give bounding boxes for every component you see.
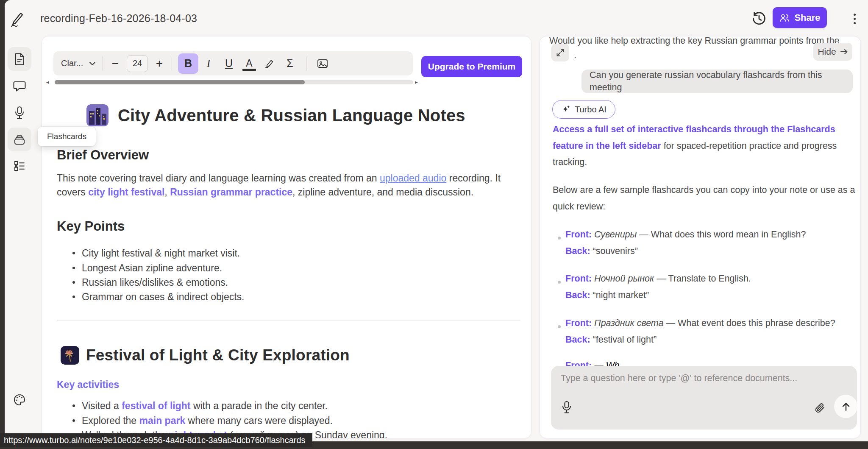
russian-grammar-link[interactable]: Russian grammar practice	[170, 187, 292, 198]
flashcard-back-line: Back: “night market”	[565, 287, 861, 304]
sidebar-item-notes[interactable]	[8, 47, 31, 71]
voice-input-mic-icon[interactable]	[561, 401, 573, 414]
horizontal-scrollbar[interactable]: ◂ ▸	[45, 78, 418, 86]
section-divider	[57, 320, 520, 321]
text-color-letter: A	[246, 58, 252, 69]
font-family-value: Clar...	[61, 59, 83, 68]
key-activities-heading: Key activities	[57, 379, 119, 390]
flashcards-tooltip: Flashcards	[38, 127, 96, 146]
flashcard-front-russian: Праздник света	[594, 318, 663, 328]
hide-button-label: Hide	[818, 47, 836, 57]
flashcard-front-russian: Сувениры	[594, 229, 637, 240]
festival-of-light-link[interactable]: festival of light	[122, 400, 190, 411]
key-point-item: Longest Asian zipline adventure.	[82, 261, 222, 275]
overview-text: , zipline adventure, and media discussio…	[292, 187, 473, 198]
fireworks-emoji	[61, 346, 79, 365]
checklist-icon	[14, 160, 25, 171]
font-family-select[interactable]: Clar...	[61, 59, 97, 68]
italic-button[interactable]: I	[198, 53, 219, 74]
top-bar: recording-Feb-16-2026-18-04-03	[5, 0, 868, 36]
formula-button[interactable]: Σ	[280, 53, 300, 74]
turbo-ai-badge[interactable]: Turbo AI	[552, 100, 615, 119]
font-size-value[interactable]: 24	[127, 55, 148, 72]
back-label: Back:	[565, 290, 590, 300]
send-message-button[interactable]	[834, 395, 857, 418]
front-label: Front:	[565, 273, 592, 284]
flashcards-box-icon	[13, 134, 26, 145]
scroll-left-arrow-icon[interactable]: ◂	[46, 79, 49, 85]
key-point-item: Russian likes/dislikes & emotions.	[82, 276, 228, 290]
back-label: Back:	[565, 335, 590, 345]
overview-heading: Brief Overview	[57, 148, 149, 163]
flashcard-back-line: Back: “souvenirs”	[565, 243, 861, 259]
app-logo-pen-icon[interactable]	[10, 12, 24, 28]
font-size-decrease-button[interactable]: −	[109, 57, 122, 70]
activity-item: Explored the main park where many cars w…	[82, 414, 333, 428]
attach-file-paperclip-icon[interactable]	[814, 402, 826, 414]
flashcard-front-line: Front: Ночной рынок — Translate to Engli…	[565, 271, 861, 287]
insert-image-button[interactable]	[312, 53, 333, 74]
status-bar-url: https://www.turbo.ai/notes/9e10e032-e956…	[0, 433, 312, 447]
underline-button[interactable]: U	[219, 53, 239, 74]
activity-text: with a parade in the city center.	[191, 400, 328, 411]
sidebar-item-flashcards[interactable]	[8, 128, 31, 151]
note-title: City Adventure & Russian Language Notes	[118, 106, 465, 125]
activity-item: Visited a festival of light with a parad…	[82, 399, 328, 413]
chat-input-field[interactable]	[560, 373, 816, 384]
back-label: Back:	[565, 246, 590, 256]
share-people-icon	[779, 13, 790, 23]
note-editor-card: Clar... − 24 + B I U A	[42, 36, 531, 438]
flashcard-back-line: Back: “festival of light”	[565, 332, 861, 348]
user-message-bubble: Can you generate russian vocabulary flas…	[581, 70, 853, 93]
front-label: Front:	[565, 229, 592, 240]
sidebar-item-quiz[interactable]	[8, 154, 31, 178]
user-message-text: Can you generate russian vocabulary flas…	[590, 69, 853, 94]
highlighter-button[interactable]	[259, 53, 280, 74]
chat-bubble-icon	[13, 81, 26, 92]
flashcard-item: Front: Ночной рынок — Translate to Engli…	[565, 271, 861, 304]
text-color-button[interactable]: A	[239, 53, 259, 74]
overview-text: This note covering travel diary and lang…	[57, 173, 380, 184]
flashcard-front-line: Front: Сувениры — What does this word me…	[565, 226, 861, 243]
sparkle-icon	[561, 105, 570, 114]
hide-panel-button[interactable]: Hide	[813, 43, 852, 61]
upgrade-premium-button[interactable]: Upgrade to Premium	[421, 56, 522, 77]
font-size-increase-button[interactable]: +	[153, 57, 166, 70]
city-light-festival-link[interactable]: city light festival	[88, 187, 164, 198]
more-options-kebab-icon[interactable]	[851, 10, 858, 27]
sidebar-item-chat[interactable]	[8, 74, 31, 98]
flashcard-front-russian: Ночной рынок	[594, 273, 654, 284]
key-points-heading: Key Points	[57, 219, 125, 234]
chevron-down-icon	[89, 61, 96, 66]
flashcard-back-text: “festival of light”	[590, 335, 657, 345]
main-park-link[interactable]: main park	[139, 415, 186, 426]
microphone-icon	[14, 106, 25, 120]
chat-input-box[interactable]	[551, 366, 857, 429]
left-sidebar: M	[5, 36, 45, 441]
key-point-item: City light festival & night market visit…	[82, 246, 240, 260]
flashcard-front-line: Front: Праздник света — What event does …	[565, 315, 861, 332]
flashcard-item: Front: Сувениры — What does this word me…	[565, 226, 861, 259]
uploaded-audio-link[interactable]: uploaded audio	[380, 173, 446, 184]
scrollbar-thumb[interactable]	[55, 80, 305, 84]
front-label: Front:	[565, 318, 592, 328]
sidebar-item-theme[interactable]	[8, 388, 31, 412]
flashcard-back-text: “souvenirs”	[590, 246, 638, 256]
ai-intro-message: Would you like help extracting the key R…	[549, 36, 854, 47]
overview-paragraph: This note covering travel diary and lang…	[57, 171, 509, 199]
scroll-right-arrow-icon[interactable]: ▸	[415, 79, 418, 85]
overview-text: ,	[164, 187, 170, 198]
arrow-right-icon	[840, 48, 848, 55]
share-button-label: Share	[794, 12, 820, 23]
activity-text: Explored the	[82, 415, 139, 426]
flashcard-clipped-fragment: — Wh	[592, 360, 620, 366]
section2-title-row: Festival of Light & City Exploration	[61, 346, 350, 365]
history-icon[interactable]	[751, 11, 767, 26]
expand-panel-button[interactable]	[551, 44, 569, 61]
bold-button[interactable]: B	[178, 53, 198, 74]
activity-text: where many cars were displayed.	[185, 415, 333, 426]
activity-text: Visited a	[82, 400, 122, 411]
ai-chat-panel: Would you like help extracting the key R…	[540, 36, 861, 438]
share-button[interactable]: Share	[773, 7, 827, 28]
sidebar-item-record[interactable]	[8, 101, 31, 125]
